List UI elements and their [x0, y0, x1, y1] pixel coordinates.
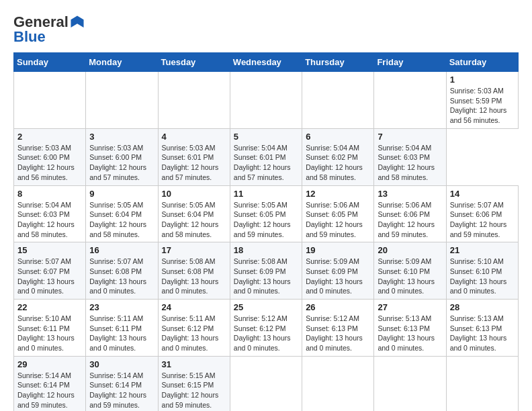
logo-icon [70, 15, 85, 30]
empty-cell [158, 72, 230, 129]
day-info: Sunrise: 5:10 AMSunset: 6:11 PMDaylight:… [17, 314, 75, 352]
day-info: Sunrise: 5:03 AMSunset: 5:59 PMDaylight:… [450, 87, 507, 124]
day-info: Sunrise: 5:07 AMSunset: 6:06 PMDaylight:… [450, 201, 507, 238]
table-row: 25Sunrise: 5:12 AMSunset: 6:12 PMDayligh… [230, 300, 302, 357]
calendar-table: SundayMondayTuesdayWednesdayThursdayFrid… [13, 52, 519, 411]
day-number: 30 [89, 359, 154, 369]
day-number: 24 [162, 302, 226, 312]
day-info: Sunrise: 5:09 AMSunset: 6:09 PMDaylight:… [306, 257, 363, 295]
day-number: 26 [306, 302, 370, 312]
table-row: 7Sunrise: 5:04 AMSunset: 6:03 PMDaylight… [374, 128, 446, 185]
day-number: 23 [89, 302, 154, 312]
table-row: 12Sunrise: 5:06 AMSunset: 6:05 PMDayligh… [302, 185, 374, 242]
table-row: 2Sunrise: 5:03 AMSunset: 6:00 PMDaylight… [14, 128, 86, 185]
calendar-header-monday: Monday [86, 53, 158, 72]
table-row: 21Sunrise: 5:10 AMSunset: 6:10 PMDayligh… [446, 242, 518, 300]
table-row: 30Sunrise: 5:14 AMSunset: 6:14 PMDayligh… [86, 356, 158, 411]
table-row: 5Sunrise: 5:04 AMSunset: 6:01 PMDaylight… [230, 128, 302, 185]
table-row: 29Sunrise: 5:14 AMSunset: 6:14 PMDayligh… [14, 356, 86, 411]
day-number: 6 [306, 132, 370, 142]
day-number: 31 [162, 359, 226, 369]
day-info: Sunrise: 5:06 AMSunset: 6:05 PMDaylight:… [306, 201, 363, 238]
day-number: 22 [17, 302, 82, 312]
day-number: 25 [234, 302, 298, 312]
table-row: 31Sunrise: 5:15 AMSunset: 6:15 PMDayligh… [158, 356, 230, 411]
empty-cell [230, 72, 302, 129]
calendar-header-thursday: Thursday [302, 53, 374, 72]
day-number: 15 [17, 245, 82, 255]
table-row: 18Sunrise: 5:08 AMSunset: 6:09 PMDayligh… [230, 242, 302, 300]
day-number: 5 [234, 132, 298, 142]
day-number: 20 [378, 245, 442, 255]
day-info: Sunrise: 5:14 AMSunset: 6:14 PMDaylight:… [89, 371, 146, 409]
table-row: 14Sunrise: 5:07 AMSunset: 6:06 PMDayligh… [446, 185, 518, 242]
day-number: 14 [450, 189, 515, 199]
day-number: 16 [89, 245, 154, 255]
day-info: Sunrise: 5:04 AMSunset: 6:01 PMDaylight:… [234, 144, 291, 181]
day-number: 3 [89, 132, 154, 142]
table-row: 1Sunrise: 5:03 AMSunset: 5:59 PMDaylight… [446, 72, 518, 129]
calendar-header-row: SundayMondayTuesdayWednesdayThursdayFrid… [14, 53, 519, 72]
empty-cell [302, 72, 374, 129]
table-row: 10Sunrise: 5:05 AMSunset: 6:04 PMDayligh… [158, 185, 230, 242]
empty-cell [374, 72, 446, 129]
table-row: 24Sunrise: 5:11 AMSunset: 6:12 PMDayligh… [158, 300, 230, 357]
table-row: 3Sunrise: 5:03 AMSunset: 6:00 PMDaylight… [86, 128, 158, 185]
day-info: Sunrise: 5:06 AMSunset: 6:06 PMDaylight:… [378, 201, 435, 238]
day-number: 2 [17, 132, 82, 142]
day-info: Sunrise: 5:11 AMSunset: 6:12 PMDaylight:… [162, 314, 219, 352]
day-info: Sunrise: 5:14 AMSunset: 6:14 PMDaylight:… [17, 371, 75, 409]
day-info: Sunrise: 5:08 AMSunset: 6:08 PMDaylight:… [162, 257, 219, 295]
table-row: 8Sunrise: 5:04 AMSunset: 6:03 PMDaylight… [14, 185, 86, 242]
table-row: 4Sunrise: 5:03 AMSunset: 6:01 PMDaylight… [158, 128, 230, 185]
day-number: 28 [450, 302, 515, 312]
day-info: Sunrise: 5:04 AMSunset: 6:03 PMDaylight:… [17, 201, 75, 238]
table-row: 6Sunrise: 5:04 AMSunset: 6:02 PMDaylight… [302, 128, 374, 185]
day-info: Sunrise: 5:03 AMSunset: 6:00 PMDaylight:… [17, 144, 75, 181]
table-row: 11Sunrise: 5:05 AMSunset: 6:05 PMDayligh… [230, 185, 302, 242]
empty-cell [86, 72, 158, 129]
table-row: 26Sunrise: 5:12 AMSunset: 6:13 PMDayligh… [302, 300, 374, 357]
day-number: 13 [378, 189, 442, 199]
calendar-header-friday: Friday [374, 53, 446, 72]
day-info: Sunrise: 5:05 AMSunset: 6:04 PMDaylight:… [162, 201, 219, 238]
day-info: Sunrise: 5:07 AMSunset: 6:08 PMDaylight:… [89, 257, 146, 295]
empty-cell [374, 356, 446, 411]
day-number: 17 [162, 245, 226, 255]
day-info: Sunrise: 5:15 AMSunset: 6:15 PMDaylight:… [162, 371, 219, 409]
day-info: Sunrise: 5:10 AMSunset: 6:10 PMDaylight:… [450, 257, 507, 295]
day-info: Sunrise: 5:09 AMSunset: 6:10 PMDaylight:… [378, 257, 435, 295]
day-number: 9 [89, 189, 154, 199]
table-row: 13Sunrise: 5:06 AMSunset: 6:06 PMDayligh… [374, 185, 446, 242]
table-row: 9Sunrise: 5:05 AMSunset: 6:04 PMDaylight… [86, 185, 158, 242]
day-number: 4 [162, 132, 226, 142]
day-info: Sunrise: 5:07 AMSunset: 6:07 PMDaylight:… [17, 257, 75, 295]
empty-cell [446, 356, 518, 411]
day-info: Sunrise: 5:13 AMSunset: 6:13 PMDaylight:… [450, 314, 507, 352]
day-info: Sunrise: 5:08 AMSunset: 6:09 PMDaylight:… [234, 257, 291, 295]
day-info: Sunrise: 5:12 AMSunset: 6:13 PMDaylight:… [306, 314, 363, 352]
day-number: 7 [378, 132, 442, 142]
table-row: 28Sunrise: 5:13 AMSunset: 6:13 PMDayligh… [446, 300, 518, 357]
table-row: 15Sunrise: 5:07 AMSunset: 6:07 PMDayligh… [14, 242, 86, 300]
table-row: 20Sunrise: 5:09 AMSunset: 6:10 PMDayligh… [374, 242, 446, 300]
logo-blue-text: Blue [13, 28, 46, 46]
day-info: Sunrise: 5:12 AMSunset: 6:12 PMDaylight:… [234, 314, 291, 352]
day-number: 8 [17, 189, 82, 199]
empty-cell [230, 356, 302, 411]
day-number: 11 [234, 189, 298, 199]
logo: General Blue [13, 13, 85, 46]
calendar-header-sunday: Sunday [14, 53, 86, 72]
day-number: 18 [234, 245, 298, 255]
table-row: 16Sunrise: 5:07 AMSunset: 6:08 PMDayligh… [86, 242, 158, 300]
day-number: 10 [162, 189, 226, 199]
table-row: 23Sunrise: 5:11 AMSunset: 6:11 PMDayligh… [86, 300, 158, 357]
day-info: Sunrise: 5:05 AMSunset: 6:05 PMDaylight:… [234, 201, 291, 238]
day-info: Sunrise: 5:03 AMSunset: 6:00 PMDaylight:… [89, 144, 146, 181]
calendar-header-tuesday: Tuesday [158, 53, 230, 72]
table-row: 27Sunrise: 5:13 AMSunset: 6:13 PMDayligh… [374, 300, 446, 357]
day-number: 27 [378, 302, 442, 312]
calendar-header-saturday: Saturday [446, 53, 518, 72]
svg-marker-0 [71, 15, 83, 28]
empty-cell [302, 356, 374, 411]
